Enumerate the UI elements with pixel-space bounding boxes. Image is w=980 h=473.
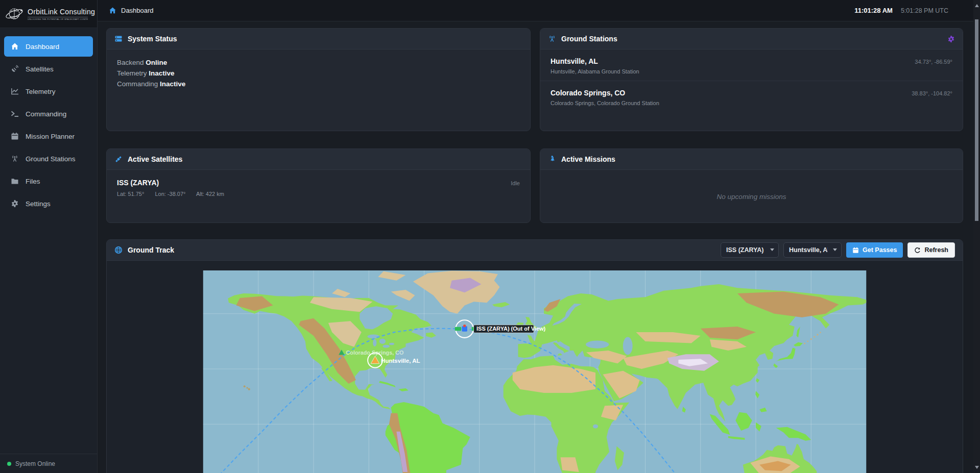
sidebar-nav: Dashboard Satellites Telemetry Commandin… — [0, 28, 97, 214]
sidebar-item-label: Settings — [26, 200, 51, 208]
ground-track-toolbar: ISS (ZARYA) Huntsville, AL Get Passes — [721, 242, 955, 258]
orbitlink-logo-icon — [5, 5, 23, 23]
satellite-alt: Alt: 422 km — [196, 191, 224, 197]
sidebar-item-mission-planner[interactable]: Mission Planner — [4, 126, 93, 146]
sidebar-item-satellites[interactable]: Satellites — [4, 59, 93, 79]
map-label-huntsville: Huntsville, AL — [381, 358, 420, 364]
card-title: Active Missions — [561, 155, 615, 163]
status-row: Backend Online — [117, 57, 520, 68]
ground-track-header: Ground Track ISS (ZARYA) Huntsville, AL — [107, 240, 963, 261]
system-status-body: Backend Online Telemetry Inactive Comman… — [107, 49, 530, 97]
station-name: Huntsville, AL — [551, 57, 598, 65]
satellite-select-wrap: ISS (ZARYA) — [721, 242, 779, 258]
sidebar-item-label: Telemetry — [26, 88, 56, 95]
card-title: Ground Stations — [561, 35, 617, 43]
status-value: Inactive — [160, 80, 185, 88]
scrollbar-thumb[interactable] — [975, 19, 978, 221]
ground-track-body: Colorado Springs, CO Huntsville, AL — [107, 261, 963, 473]
station-select[interactable]: Huntsville, AL — [783, 242, 842, 258]
status-value: Online — [146, 59, 167, 66]
gear-icon[interactable] — [947, 35, 955, 43]
brand-header[interactable]: OrbitLink Consulting UNLOCKING THE POTEN… — [0, 0, 97, 28]
sidebar-item-telemetry[interactable]: Telemetry — [4, 81, 93, 102]
satellite-lat: Lat: 51.75° — [117, 191, 144, 197]
satellite-telemetry: Lat: 51.75° Lon: -38.07° Alt: 422 km — [117, 191, 520, 197]
sidebar-item-label: Dashboard — [26, 43, 59, 51]
refresh-button[interactable]: Refresh — [907, 242, 955, 258]
active-missions-header: Active Missions — [540, 149, 963, 170]
satellite-select[interactable]: ISS (ZARYA) — [721, 242, 779, 258]
sidebar-item-label: Mission Planner — [26, 133, 75, 140]
sidebar-item-ground-stations[interactable]: Ground Stations — [4, 148, 93, 169]
sidebar-item-commanding[interactable]: Commanding — [4, 104, 93, 124]
main-content: System Status Backend Online Telemetry I… — [98, 21, 980, 473]
refresh-icon — [914, 247, 921, 254]
station-name: Colorado Springs, CO — [551, 89, 625, 97]
station-coords: 34.73°, -86.59° — [915, 59, 952, 65]
scroll-up-arrow-icon[interactable] — [975, 4, 979, 7]
station-select-wrap: Huntsville, AL — [783, 242, 842, 258]
sidebar-item-label: Commanding — [26, 110, 66, 118]
clock-group: 11:01:28 AM 5:01:28 PM UTC — [854, 7, 967, 14]
rocket-icon — [548, 155, 556, 163]
get-passes-button[interactable]: Get Passes — [846, 242, 903, 258]
page-scrollbar[interactable] — [973, 0, 980, 473]
satellite-row-iss[interactable]: ISS (ZARYA) Idle Lat: 51.75° Lon: -38.07… — [107, 170, 530, 206]
station-row-colorado[interactable]: Colorado Springs, CO 38.83°, -104.82° Co… — [540, 81, 963, 112]
sidebar-item-label: Ground Stations — [26, 155, 76, 163]
satellite-dish-icon — [11, 65, 19, 73]
sidebar-item-settings[interactable]: Settings — [4, 193, 93, 214]
sidebar-item-files[interactable]: Files — [4, 171, 93, 191]
active-satellites-card: Active Satellites ISS (ZARYA) Idle Lat: … — [106, 148, 531, 223]
map-marker-colorado[interactable]: Colorado Springs, CO — [339, 350, 403, 356]
scroll-down-arrow-icon[interactable] — [975, 466, 979, 469]
broadcast-tower-icon — [548, 35, 556, 43]
folder-icon — [11, 177, 19, 185]
system-status-card: System Status Backend Online Telemetry I… — [106, 28, 531, 131]
world-map[interactable]: Colorado Springs, CO Huntsville, AL — [203, 270, 867, 473]
status-value: Inactive — [149, 69, 174, 77]
station-row-huntsville[interactable]: Huntsville, AL 34.73°, -86.59° Huntsvill… — [540, 49, 963, 81]
ground-stations-card: Ground Stations Huntsville, AL 34.73°, -… — [540, 28, 963, 131]
ground-stations-header: Ground Stations — [540, 29, 963, 49]
satellite-lon: Lon: -38.07° — [155, 191, 185, 197]
active-missions-card: Active Missions No upcoming missions — [540, 148, 963, 223]
brand-tagline: UNLOCKING THE POTENTIAL OF SPACECRAFT CO… — [28, 17, 88, 20]
broadcast-tower-icon — [11, 155, 19, 163]
chart-line-icon — [11, 87, 19, 95]
sidebar-item-dashboard[interactable]: Dashboard — [4, 36, 93, 57]
system-status-header: System Status — [107, 29, 530, 49]
breadcrumb[interactable]: Dashboard — [109, 7, 154, 14]
active-satellites-header: Active Satellites — [107, 149, 530, 170]
card-title: Ground Track — [128, 246, 174, 254]
calendar-icon — [11, 132, 19, 140]
sidebar: OrbitLink Consulting UNLOCKING THE POTEN… — [0, 0, 98, 473]
terminal-icon — [11, 110, 19, 118]
topbar: Dashboard 11:01:28 AM 5:01:28 PM UTC — [98, 0, 980, 21]
utc-time: 5:01:28 PM UTC — [901, 7, 948, 14]
map-label-iss: ISS (ZARYA) (Out of View) — [476, 326, 546, 332]
system-status-footer: System Online — [0, 454, 97, 473]
world-map-svg: Colorado Springs, CO Huntsville, AL — [203, 270, 867, 473]
card-title: System Status — [128, 35, 177, 43]
status-row: Telemetry Inactive — [117, 68, 520, 79]
breadcrumb-label: Dashboard — [121, 7, 154, 14]
satellite-name: ISS (ZARYA) — [117, 179, 159, 187]
server-icon — [114, 35, 123, 43]
home-icon — [109, 7, 116, 14]
app-root: OrbitLink Consulting UNLOCKING THE POTEN… — [0, 0, 980, 473]
station-description: Huntsville, Alabama Ground Station — [551, 68, 952, 74]
system-online-label: System Online — [15, 460, 55, 467]
sidebar-item-label: Satellites — [26, 65, 54, 73]
local-time: 11:01:28 AM — [854, 7, 893, 14]
gear-icon — [11, 200, 19, 208]
card-title: Active Satellites — [128, 155, 182, 163]
globe-icon — [114, 246, 123, 254]
home-icon — [11, 42, 19, 51]
ground-track-card: Ground Track ISS (ZARYA) Huntsville, AL — [106, 239, 963, 473]
ground-stations-list: Huntsville, AL 34.73°, -86.59° Huntsvill… — [540, 49, 963, 112]
station-description: Colorado Springs, Colorado Ground Statio… — [551, 100, 952, 106]
status-row: Commanding Inactive — [117, 79, 520, 89]
satellite-icon — [114, 155, 123, 163]
brand-name: OrbitLink Consulting — [28, 8, 95, 16]
